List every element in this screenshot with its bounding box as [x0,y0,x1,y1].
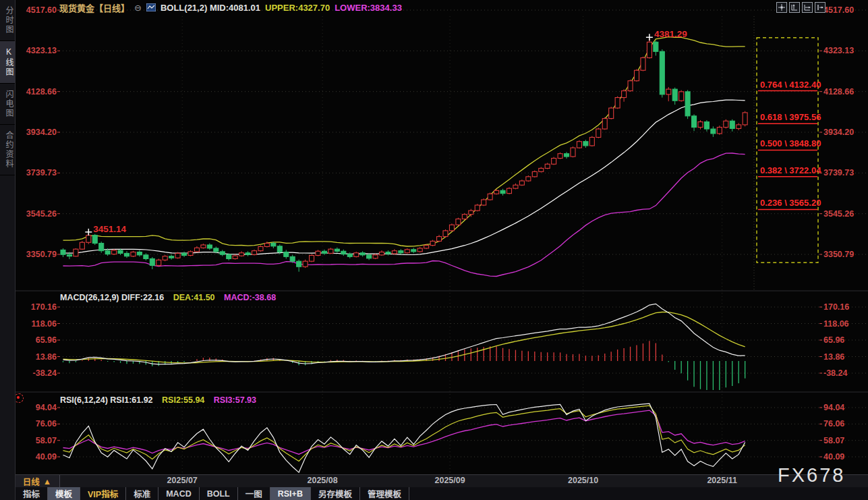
toolbar-item-0[interactable]: 指标 [15,487,48,500]
period-arrow-icon: ▲ [43,477,51,487]
sidebar-tab-2[interactable]: 闪电图 [0,84,15,125]
toolbar-item-4[interactable]: MACD [158,487,200,500]
period-label: 日线 [23,475,40,488]
rsi3-value: RSI3:57.93 [214,395,256,405]
axis-ticks [57,10,822,457]
x-axis-month-label: 2025/10 [555,476,612,485]
trading-app: 分时图K线图闪电图合约资料 0.764 \ 4132.400.618 \ 397… [0,0,868,500]
main-price-panel [61,37,747,277]
peak-marker [646,34,653,40]
toolbar-item-5[interactable]: BOLL [200,487,238,500]
macd-diff-value: MACD(26,12,9) DIFF:22.16 [60,293,164,302]
macd-panel [63,304,745,392]
peak-marker [85,229,92,235]
collapse-legend-icon[interactable]: ⊖ [134,3,142,13]
chart-toolbar-icons [776,2,826,13]
x-axis-month-label: 2025/09 [422,476,478,485]
rsi-legend: RSI(6,12,24) RSI1:61.92 RSI2:55.94 RSI3:… [60,395,263,405]
toolbar-item-7[interactable]: RSI+B [270,487,311,500]
sidebar-tab-3[interactable]: 合约资料 [0,125,15,175]
macd-legend: MACD(26,12,9) DIFF:22.16 DEA:41.50 MACD:… [60,293,283,302]
macd-dea-value: DEA:41.50 [173,293,215,302]
boll-upper-value: UPPER:4327.70 [265,3,330,13]
sidebar: 分时图K线图闪电图合约资料 [0,0,16,500]
fibonacci-retracement [757,38,818,262]
x-axis-month-label: 2025/11 [694,476,751,485]
period-selector[interactable]: 日线 ▲ [15,475,60,488]
instrument-title: 现货黄金【日线】 [59,1,129,14]
x-axis-month-label: 2025/07 [154,476,210,485]
toolbar-item-9[interactable]: 管理模板 [360,487,409,500]
crosshair-icon[interactable] [776,2,787,13]
sidebar-tab-1[interactable]: K线图 [0,41,15,84]
mini-chart-icon[interactable] [146,3,156,11]
pane-expand-icon[interactable] [815,2,826,13]
toolbar-item-6[interactable]: 一图 [238,487,270,500]
x-axis-row: 日线 ▲ 2025/072025/082025/092025/102025/11 [15,474,868,489]
macd-macd-value: MACD:-38.68 [224,293,276,302]
chart-canvas [0,0,868,500]
toolbar-item-8[interactable]: 另存模板 [311,487,360,500]
scale-right-icon[interactable] [802,2,813,13]
x-axis-month-label: 2025/08 [294,476,351,485]
scale-up-icon[interactable] [789,2,800,13]
rsi-panel-marker-icon[interactable] [14,393,24,403]
rsi2-value: RSI2:55.94 [162,395,204,405]
boll-lower-value: LOWER:3834.33 [335,3,402,13]
toolbar-item-1[interactable]: 模板 [48,487,80,500]
toolbar-item-3[interactable]: 标准 [126,487,158,500]
boll-mid-value: BOLL(21,2) MID:4081.01 [161,3,260,13]
gridlines [15,10,868,478]
sidebar-tab-0[interactable]: 分时图 [0,0,15,41]
chart-header: 现货黄金【日线】 ⊖ BOLL(21,2) MID:4081.01 UPPER:… [59,1,402,13]
toolbar-item-2[interactable]: VIP指标 [80,487,126,500]
rsi1-value: RSI(6,12,24) RSI1:61.92 [60,395,153,405]
rsi-panel [63,404,745,472]
bottom-toolbar: 指标模板VIP指标标准MACDBOLL一图RSI+B另存模板管理模板 [15,487,868,500]
